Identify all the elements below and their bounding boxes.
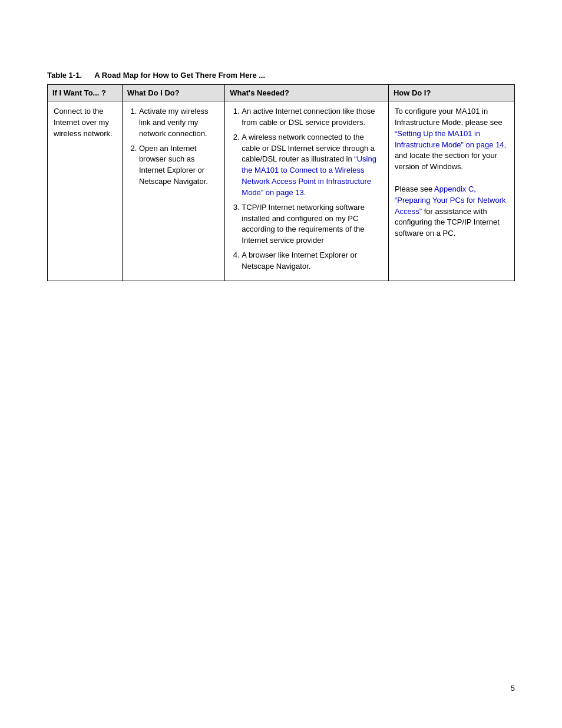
header-col2: What Do I Do?: [122, 85, 224, 101]
table-title: Table 1-1. A Road Map for How to Get The…: [47, 71, 515, 80]
cell-if: Connect to the Internet over my wireless…: [48, 101, 123, 281]
needed-item-4: A browser like Internet Explorer or Nets…: [242, 250, 382, 272]
how-para-1: To configure your MA101 in Infrastructur…: [395, 106, 508, 173]
cell-what: Activate my wireless link and verify my …: [122, 101, 224, 281]
page-number: 5: [511, 684, 515, 693]
what-item-2: Open an Internet browser such as Interne…: [139, 143, 219, 187]
table-title-prefix: Table 1-1.: [47, 71, 82, 80]
what-list: Activate my wireless link and verify my …: [139, 106, 219, 187]
needed-item-2: A wireless network connected to the cabl…: [242, 132, 382, 199]
table-title-text: A Road Map for How to Get There From Her…: [94, 71, 265, 80]
table-row: Connect to the Internet over my wireless…: [48, 101, 515, 281]
how-intro: To configure your MA101 in Infrastructur…: [395, 107, 503, 127]
what-item-1: Activate my wireless link and verify my …: [139, 106, 219, 140]
cell-how: To configure your MA101 in Infrastructur…: [388, 101, 514, 281]
main-table: If I Want To... ? What Do I Do? What's N…: [47, 84, 515, 281]
how-para-2: Please see Appendix C, “Preparing Your P…: [395, 184, 508, 239]
needed-item-3: TCP/IP Internet networking software inst…: [242, 202, 382, 246]
how-after-link1: and locate the section for your version …: [395, 151, 497, 171]
cell-needed: An active Internet connection like those…: [225, 101, 389, 281]
table-header-row: If I Want To... ? What Do I Do? What's N…: [48, 85, 515, 101]
header-col4: How Do I?: [388, 85, 514, 101]
needed-list: An active Internet connection like those…: [242, 106, 382, 272]
page-container: Table 1-1. A Road Map for How to Get The…: [0, 0, 562, 328]
needed-item-1: An active Internet connection like those…: [242, 106, 382, 129]
how-link-1[interactable]: “Setting Up the MA101 in Infrastructure …: [395, 129, 506, 149]
header-col3: What's Needed?: [225, 85, 389, 101]
how-mid: Please see: [395, 185, 432, 193]
header-col1: If I Want To... ?: [48, 85, 123, 101]
